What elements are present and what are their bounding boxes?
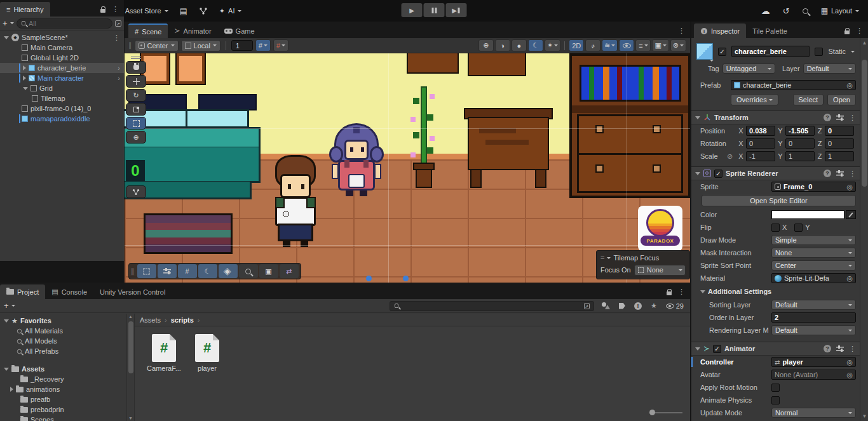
help-icon[interactable]: ? bbox=[824, 170, 831, 177]
gameobject-cube-icon[interactable] bbox=[696, 43, 713, 60]
slider-knob[interactable] bbox=[649, 410, 655, 415]
kebab-menu-icon[interactable]: ⋮ bbox=[678, 27, 685, 35]
kebab-menu-icon[interactable]: ⋮ bbox=[849, 170, 856, 178]
flip-y-checkbox[interactable] bbox=[794, 224, 803, 232]
tree-item-scene[interactable]: ◆ SampleScene* ⋮ bbox=[0, 32, 124, 43]
moon-button[interactable]: ☾ bbox=[198, 264, 217, 278]
project-search-input[interactable] bbox=[402, 302, 581, 310]
sliders-button[interactable] bbox=[158, 264, 177, 278]
apply-root-motion-checkbox[interactable] bbox=[771, 384, 780, 392]
services-button[interactable]: ▤ bbox=[180, 6, 187, 16]
add-object-button[interactable]: + bbox=[3, 18, 8, 28]
foldout-icon[interactable] bbox=[695, 172, 700, 175]
custom-tool-button[interactable] bbox=[126, 185, 146, 198]
pause-button[interactable] bbox=[424, 3, 445, 17]
expander-icon[interactable] bbox=[4, 36, 9, 39]
update-mode-dropdown[interactable]: Normal bbox=[771, 408, 856, 418]
tab-scene[interactable]: # Scene bbox=[128, 23, 168, 38]
object-picker-icon[interactable]: ◎ bbox=[846, 82, 853, 89]
foldout-icon[interactable] bbox=[695, 347, 700, 351]
tree-favorites[interactable]: ★ Favorites bbox=[0, 316, 126, 326]
transform-tool-button[interactable]: ⊕ bbox=[126, 131, 146, 144]
chevron-down-icon[interactable] bbox=[607, 257, 611, 259]
asset-camerafollow-script[interactable]: # CameraF... bbox=[144, 334, 184, 372]
component-enabled-checkbox[interactable]: ✓ bbox=[714, 170, 722, 178]
object-picker-icon[interactable]: ◎ bbox=[846, 359, 853, 366]
link-constrain-icon[interactable]: ⊘ bbox=[727, 152, 736, 161]
static-checkbox[interactable] bbox=[815, 48, 823, 56]
foldout-icon[interactable] bbox=[695, 116, 700, 119]
tab-project[interactable]: Project bbox=[0, 284, 45, 299]
scrollbar-thumb[interactable] bbox=[128, 321, 133, 373]
sprite-field[interactable]: Frame_0 ◎ bbox=[771, 182, 856, 192]
animate-physics-checkbox[interactable] bbox=[771, 396, 780, 404]
2d-toggle-button[interactable]: 2D bbox=[569, 39, 584, 51]
project-tree-scrollbar[interactable]: ▲ ▼ bbox=[126, 314, 135, 421]
scene-visibility-moon-button[interactable]: ☾ bbox=[528, 39, 543, 51]
help-icon[interactable]: ? bbox=[824, 114, 831, 121]
selection-handle-dot[interactable] bbox=[366, 276, 372, 281]
used-by-info-icon[interactable]: ! bbox=[634, 302, 642, 310]
breadcrumb-root[interactable]: Assets bbox=[140, 316, 161, 324]
expander-icon[interactable] bbox=[4, 368, 9, 371]
project-search[interactable]: ↗ bbox=[390, 301, 594, 311]
active-checkbox[interactable]: ✓ bbox=[718, 48, 726, 56]
favorites-star-icon[interactable]: ★ bbox=[651, 302, 657, 310]
prefab-field[interactable]: character_berie ◎ bbox=[731, 80, 856, 90]
prefab-arrow-icon[interactable]: › bbox=[118, 64, 120, 72]
shaded-mode-button[interactable]: ⊕ bbox=[478, 39, 494, 51]
kebab-menu-icon[interactable]: ⋮ bbox=[112, 5, 119, 13]
tab-hierarchy[interactable]: ≡ Hierarchy bbox=[0, 2, 50, 17]
tree-folder-prebadprin[interactable]: prebadprin bbox=[0, 404, 126, 415]
rendering-layer-mask-dropdown[interactable]: Default bbox=[771, 325, 856, 335]
tree-all-materials[interactable]: All Materials bbox=[0, 326, 126, 336]
eyedropper-icon[interactable] bbox=[846, 210, 856, 219]
tree-folder-preafb[interactable]: preafb bbox=[0, 394, 126, 404]
camera-tool-button[interactable]: ▣ bbox=[259, 264, 278, 278]
tree-item-pixil-frame[interactable]: pixil-frame-0 (14)_0 bbox=[0, 104, 124, 114]
open-search-window-icon[interactable]: ↗ bbox=[584, 303, 590, 309]
flip-x-checkbox[interactable] bbox=[771, 224, 780, 232]
scroll-down-icon[interactable]: ▼ bbox=[128, 416, 133, 420]
focus-on-dropdown[interactable]: None bbox=[634, 265, 686, 276]
camera-settings-button[interactable]: ▣ bbox=[652, 39, 668, 51]
layers-button[interactable]: ≋ bbox=[602, 39, 618, 51]
orientation-dropdown[interactable]: Local bbox=[181, 40, 220, 51]
expander-icon[interactable] bbox=[23, 87, 28, 90]
presets-icon[interactable] bbox=[836, 170, 844, 177]
scrollbar-thumb[interactable] bbox=[862, 60, 867, 187]
play-button[interactable]: ▶ bbox=[402, 3, 423, 17]
grid-visual-button[interactable]: # bbox=[273, 39, 288, 51]
object-picker-icon[interactable]: ◎ bbox=[846, 371, 853, 378]
grid-snap-button[interactable]: # bbox=[255, 39, 271, 51]
tree-folder-animations[interactable]: animations bbox=[0, 384, 126, 394]
open-sprite-editor-button[interactable]: Open Sprite Editor bbox=[702, 195, 856, 206]
avatar-field[interactable]: None (Avatar) ◎ bbox=[771, 370, 856, 380]
prefab-arrow-icon[interactable]: › bbox=[118, 74, 120, 82]
object-picker-icon[interactable]: ◎ bbox=[846, 275, 853, 282]
debug-button[interactable]: ✶ bbox=[545, 39, 560, 51]
shuffle-tool-button[interactable]: ⇄ bbox=[280, 264, 299, 278]
tree-assets[interactable]: Assets bbox=[0, 364, 126, 374]
animator-header[interactable]: ≻ ✓ Animator ? ⋮ bbox=[691, 342, 860, 356]
tree-folder-recovery[interactable]: _Recovery bbox=[0, 374, 126, 384]
filter-by-label-icon[interactable] bbox=[619, 303, 625, 309]
version-control-button[interactable] bbox=[199, 7, 208, 15]
tree-folder-scenes[interactable]: Scenes bbox=[0, 415, 126, 421]
step-button[interactable]: ▶ bbox=[446, 3, 467, 17]
sprite-sort-point-dropdown[interactable]: Center bbox=[771, 260, 856, 271]
presets-icon[interactable] bbox=[836, 114, 844, 121]
chevron-down-icon[interactable] bbox=[851, 51, 855, 53]
project-content[interactable]: Assets › scripts › # CameraF... # player bbox=[135, 314, 690, 421]
character-girl-sprite[interactable] bbox=[329, 123, 384, 213]
drag-handle-icon[interactable]: ∥ bbox=[131, 267, 135, 276]
expander-icon[interactable] bbox=[10, 387, 13, 392]
tree-all-models[interactable]: All Models bbox=[0, 336, 126, 346]
pivot-dropdown[interactable]: Center bbox=[135, 40, 179, 51]
rect-tool-button[interactable] bbox=[126, 117, 146, 130]
character-boy-sprite[interactable] bbox=[273, 155, 318, 248]
tree-all-prefabs[interactable]: All Prefabs bbox=[0, 346, 126, 356]
kebab-menu-icon[interactable]: ⋮ bbox=[849, 345, 856, 353]
lock-icon[interactable] bbox=[844, 30, 850, 34]
scroll-down-icon[interactable]: ▼ bbox=[860, 413, 868, 419]
